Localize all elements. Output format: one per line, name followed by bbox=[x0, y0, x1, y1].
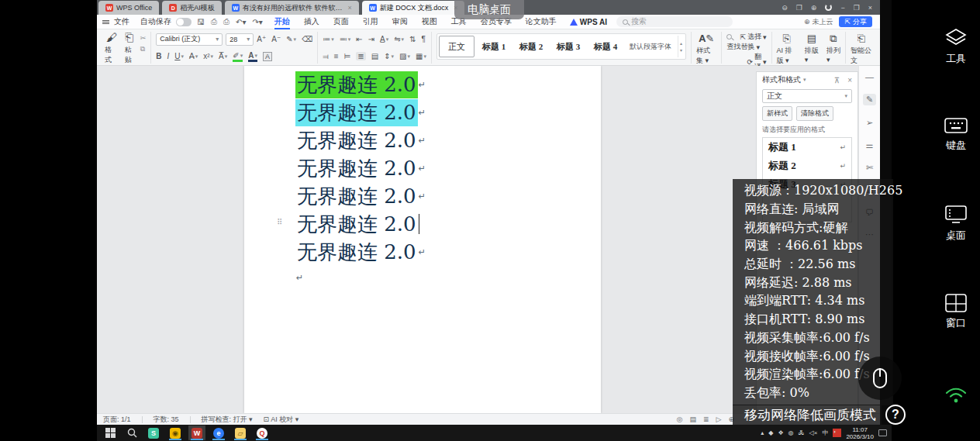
font-color-icon[interactable]: A▾ bbox=[248, 51, 257, 62]
tray-icon-1[interactable]: ▴ bbox=[761, 429, 764, 436]
scroll-up-icon[interactable]: ▴ bbox=[680, 40, 682, 46]
layout-button[interactable]: ▤ 排版 ▾ bbox=[805, 32, 819, 66]
align-center-icon[interactable]: ≡ bbox=[334, 52, 339, 60]
cut-icon[interactable]: ✂ bbox=[140, 34, 147, 42]
paragraph-drag-handle-icon[interactable]: ⠿ bbox=[277, 218, 281, 226]
find-replace-button[interactable]: 查找替换 ▾ bbox=[726, 42, 766, 52]
new-style-button[interactable]: 新样式 bbox=[762, 106, 792, 121]
panel-caret-icon[interactable]: ▾ bbox=[803, 77, 806, 83]
sidebar-desktop-button[interactable]: 桌面 bbox=[932, 205, 980, 243]
menu-review[interactable]: 审阅 bbox=[385, 15, 415, 29]
doc-line[interactable]: 无界趣连 2.0↵ bbox=[295, 98, 426, 126]
style-normal[interactable]: 正文 bbox=[439, 36, 474, 57]
ai-proof-button[interactable]: ⊡ AI 校对 ▾ bbox=[264, 415, 299, 425]
distribute-icon[interactable]: ▤ bbox=[371, 52, 378, 60]
pin-icon[interactable]: ⊼ bbox=[834, 76, 840, 84]
highlight-color-icon[interactable]: ✐▾ bbox=[233, 51, 243, 62]
text-direction-icon[interactable]: ⇋▾ bbox=[394, 35, 404, 43]
taskbar-sunflower-remote-icon[interactable]: ◉ bbox=[167, 425, 184, 440]
sort-icon[interactable]: ⇅ bbox=[409, 35, 416, 43]
decrease-font-icon[interactable]: A⁻ bbox=[271, 35, 281, 43]
help-button[interactable]: ? bbox=[885, 405, 906, 425]
adjust-sliders-icon[interactable]: ⚌ bbox=[866, 140, 874, 150]
menu-view[interactable]: 视图 bbox=[415, 15, 444, 29]
cloud-status[interactable]: ⊕ 未上云 bbox=[804, 17, 833, 27]
tray-icon-2[interactable]: ◆ bbox=[768, 429, 773, 436]
taskbar-search-button[interactable] bbox=[123, 425, 140, 440]
collapse-icon[interactable]: — bbox=[865, 72, 874, 81]
share-button[interactable]: ⇱ 分享 bbox=[839, 16, 872, 27]
tray-icon-3[interactable]: ❖ bbox=[778, 429, 783, 436]
taskbar-browser-icon[interactable]: e bbox=[210, 425, 227, 440]
style-heading2[interactable]: 标题 2 bbox=[513, 36, 549, 57]
edit-pen-icon[interactable]: ✎ bbox=[863, 94, 876, 105]
clear-format-button[interactable]: 清除格式 bbox=[796, 106, 833, 121]
character-scale-icon[interactable]: A̲▾ bbox=[380, 35, 388, 43]
sidebar-keyboard-button[interactable]: 键盘 bbox=[932, 116, 980, 153]
tray-network-icon[interactable]: 🖧 bbox=[799, 429, 805, 436]
style-default-font[interactable]: 默认段落字体 bbox=[625, 36, 676, 57]
line-spacing-icon[interactable]: ⇕▾ bbox=[384, 52, 394, 60]
ai-layout-button[interactable]: ⎘ AI 排版 ▾ bbox=[777, 32, 797, 66]
tray-app-icon[interactable]: ◗ bbox=[833, 429, 841, 437]
connection-signal-indicator[interactable] bbox=[932, 385, 980, 405]
strikethrough-icon[interactable]: A▾ bbox=[189, 52, 198, 60]
restore-button[interactable]: ❐ bbox=[854, 4, 860, 12]
superscript-icon[interactable]: x²▾ bbox=[203, 52, 213, 60]
taskbar-wps-icon[interactable]: W bbox=[188, 425, 205, 440]
wps-ai-button[interactable]: WPS AI bbox=[564, 18, 613, 26]
tab-docer-template[interactable]: D 稻壳AI模板 bbox=[162, 1, 222, 15]
styles-list-item-heading2[interactable]: 标题 2↵ bbox=[763, 157, 851, 175]
clear-format-icon[interactable]: ⌫ bbox=[302, 35, 312, 43]
outline-view-icon[interactable]: ≣ bbox=[703, 415, 709, 423]
tab-close-icon[interactable]: × bbox=[347, 4, 351, 12]
print-preview-icon[interactable]: ⎙ bbox=[211, 17, 217, 26]
style-heading4[interactable]: 标题 4 bbox=[588, 36, 623, 57]
doc-line[interactable]: 无界趣连 2.0↵ bbox=[295, 126, 426, 154]
taskbar-clock[interactable]: 11:07 2026/3/10 bbox=[846, 426, 874, 440]
show-marks-icon[interactable]: ¶ bbox=[422, 35, 426, 43]
style-set-button[interactable]: 𝐀✎ 样式集 ▾ bbox=[696, 32, 716, 66]
doc-line-with-cursor[interactable]: ⠿ 无界趣连 2.0 bbox=[295, 210, 426, 238]
style-heading1[interactable]: 标题 1 bbox=[476, 36, 512, 57]
increase-font-icon[interactable]: A⁺ bbox=[257, 35, 266, 43]
minimize-button[interactable]: − bbox=[840, 4, 844, 12]
numbered-list-icon[interactable]: ≕▾ bbox=[340, 35, 351, 43]
start-button[interactable] bbox=[102, 425, 119, 440]
page-view-icon[interactable]: ▤ bbox=[689, 415, 696, 423]
screen-label-pill[interactable]: 电脑桌面 bbox=[454, 0, 524, 19]
tab-wps-office[interactable]: W WPS Office bbox=[98, 1, 159, 15]
current-style-select[interactable]: 正文 ▾ bbox=[762, 89, 852, 103]
scroll-down-icon[interactable]: ▾ bbox=[680, 47, 682, 53]
select-button[interactable]: ⇱ 选择 ▾ bbox=[740, 32, 766, 42]
doc-line[interactable]: 无界趣连 2.0↵ bbox=[295, 182, 426, 210]
underline-icon[interactable]: U▾ bbox=[174, 52, 184, 60]
notification-center-icon[interactable] bbox=[878, 429, 887, 436]
minimize-interface-icon[interactable]: ⊖ bbox=[782, 4, 788, 12]
taskbar-file-explorer-icon[interactable]: ▱ bbox=[232, 425, 249, 440]
floating-mouse-widget[interactable] bbox=[858, 357, 902, 400]
doc-line[interactable]: 无界趣连 2.0↵ bbox=[295, 238, 426, 266]
document-page[interactable]: 无界趣连 2.0↵ 无界趣连 2.0↵ 无界趣连 2.0↵ 无界趣连 2.0↵ bbox=[244, 66, 601, 413]
menu-home[interactable]: 开始 bbox=[267, 15, 297, 29]
align-left-icon[interactable]: ⫤ bbox=[323, 52, 329, 61]
text-effects-icon[interactable]: ✎▾ bbox=[286, 35, 296, 43]
doc-line[interactable]: 无界趣连 2.0↵ bbox=[295, 154, 426, 182]
word-count[interactable]: 字数: 35 bbox=[154, 415, 179, 425]
tray-icon-4[interactable]: ◍ bbox=[788, 429, 794, 436]
autosave-toggle[interactable] bbox=[176, 18, 192, 26]
sidebar-tools-button[interactable]: 工具 bbox=[932, 28, 980, 66]
sidebar-window-button[interactable]: 窗口 bbox=[932, 294, 980, 330]
justify-icon[interactable]: ≣ bbox=[356, 52, 365, 60]
tab-new-docx[interactable]: W 新建 DOCX 文档.docx × bbox=[362, 1, 465, 15]
styles-list-item-heading1[interactable]: 标题 1↵ bbox=[763, 138, 851, 157]
menu-insert[interactable]: 插入 bbox=[297, 15, 326, 29]
undo-icon[interactable]: ↶▾ bbox=[236, 18, 246, 26]
taskbar-qq-icon[interactable]: Q bbox=[254, 425, 271, 440]
increase-indent-icon[interactable]: ⇥ bbox=[368, 35, 374, 43]
decrease-indent-icon[interactable]: ⇤ bbox=[356, 35, 362, 43]
read-mode-icon[interactable]: ▷ bbox=[716, 415, 722, 423]
character-shading-icon[interactable]: A bbox=[263, 52, 272, 61]
tray-ime-indicator[interactable]: 中 bbox=[822, 429, 828, 437]
font-size-select[interactable]: 28▾ bbox=[226, 33, 254, 46]
